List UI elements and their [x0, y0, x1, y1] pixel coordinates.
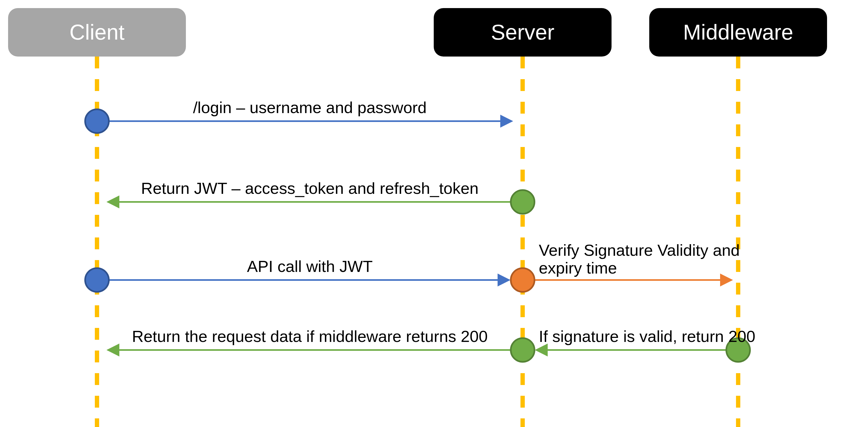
- participant-server-label: Server: [491, 20, 554, 44]
- message-signature-valid-label: If signature is valid, return 200: [539, 327, 755, 346]
- participant-client: Client: [8, 8, 186, 57]
- participant-client-label: Client: [69, 20, 125, 44]
- message-return-data: Return the request data if middleware re…: [108, 327, 534, 362]
- message-verify-signature-label-2: expiry time: [539, 259, 617, 277]
- dot-origin-client-icon: [85, 109, 109, 133]
- message-verify-signature: Verify Signature Validity and expiry tim…: [511, 241, 740, 292]
- dot-origin-server-icon: [511, 190, 534, 214]
- message-signature-valid: If signature is valid, return 200: [536, 327, 755, 362]
- participant-server: Server: [434, 8, 612, 57]
- message-api-call-label: API call with JWT: [247, 257, 373, 275]
- dot-origin-server-3-icon: [511, 338, 534, 362]
- message-api-call: API call with JWT: [85, 257, 509, 292]
- dot-origin-server-2-icon: [511, 268, 534, 292]
- message-return-data-label: Return the request data if middleware re…: [132, 327, 488, 346]
- message-verify-signature-label-1: Verify Signature Validity and: [539, 241, 740, 259]
- dot-origin-client-2-icon: [85, 268, 109, 292]
- participant-middleware-label: Middleware: [683, 20, 793, 44]
- message-login-label: /login – username and password: [193, 99, 427, 117]
- message-return-jwt: Return JWT – access_token and refresh_to…: [108, 179, 534, 214]
- sequence-diagram: Client Server Middleware /login – userna…: [0, 0, 868, 427]
- participant-middleware: Middleware: [649, 8, 827, 57]
- message-login: /login – username and password: [85, 99, 512, 133]
- message-return-jwt-label: Return JWT – access_token and refresh_to…: [141, 179, 479, 197]
